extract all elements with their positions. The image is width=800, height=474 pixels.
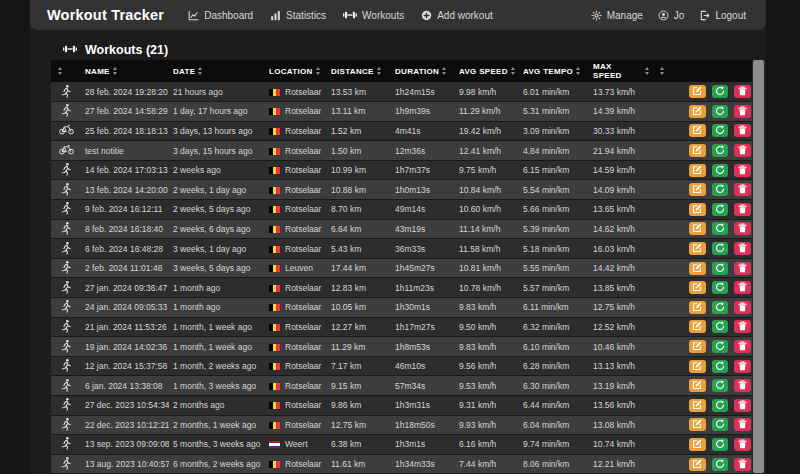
nav-item-statistics[interactable]: Statistics <box>270 10 326 21</box>
cell-spacer <box>653 454 677 474</box>
delete-button[interactable] <box>734 320 751 333</box>
delete-button[interactable] <box>734 203 751 216</box>
column-header-avg-tempo[interactable]: AVG TEMPO <box>519 60 589 82</box>
refresh-button[interactable] <box>712 458 729 471</box>
nav-item-jo[interactable]: Jo <box>658 10 685 21</box>
delete-button[interactable] <box>734 242 751 255</box>
edit-button[interactable] <box>689 85 706 98</box>
nav-item-manage[interactable]: Manage <box>591 10 643 21</box>
edit-button[interactable] <box>689 262 706 275</box>
delete-button[interactable] <box>734 340 751 353</box>
workout-type-cell <box>51 376 81 396</box>
workout-type-cell <box>51 160 81 180</box>
column-header-distance[interactable]: DISTANCE <box>327 60 391 82</box>
nav-item-workouts[interactable]: Workouts <box>343 10 404 21</box>
delete-button[interactable] <box>734 144 751 157</box>
delete-button[interactable] <box>734 262 751 275</box>
refresh-button[interactable] <box>712 340 729 353</box>
refresh-button[interactable] <box>712 438 729 451</box>
edit-button[interactable] <box>689 144 706 157</box>
column-header-actions <box>677 60 755 82</box>
edit-button[interactable] <box>689 164 706 177</box>
edit-button[interactable] <box>689 438 706 451</box>
trash-icon <box>738 398 747 413</box>
column-header-type[interactable] <box>51 60 81 82</box>
edit-button[interactable] <box>689 124 706 137</box>
delete-button[interactable] <box>734 418 751 431</box>
column-header-location[interactable]: LOCATION <box>265 60 327 82</box>
refresh-button[interactable] <box>712 222 729 235</box>
cell-date: 1 day, 17 hours ago <box>169 102 265 122</box>
trash-icon <box>738 300 747 315</box>
refresh-button[interactable] <box>712 203 729 216</box>
refresh-button[interactable] <box>712 262 729 275</box>
delete-button[interactable] <box>734 379 751 392</box>
cell-avg-speed: 12.41 km/h <box>455 141 519 161</box>
refresh-button[interactable] <box>712 379 729 392</box>
refresh-button[interactable] <box>712 124 729 137</box>
column-header-max-speed[interactable]: MAX SPEED <box>589 60 653 82</box>
delete-button[interactable] <box>734 105 751 118</box>
delete-button[interactable] <box>734 458 751 471</box>
column-label: AVG SPEED <box>459 67 508 76</box>
refresh-button[interactable] <box>712 105 729 118</box>
refresh-button[interactable] <box>712 399 729 412</box>
scrollbar-thumb[interactable] <box>753 60 764 473</box>
scrollbar[interactable] <box>752 60 765 474</box>
refresh-button[interactable] <box>712 164 729 177</box>
edit-button[interactable] <box>689 222 706 235</box>
column-header-avg-speed[interactable]: AVG SPEED <box>455 60 519 82</box>
delete-button[interactable] <box>734 85 751 98</box>
column-header-duration[interactable]: DURATION <box>391 60 455 82</box>
column-header-date[interactable]: DATE <box>169 60 265 82</box>
workout-row: 21 jan. 2024 11:53:261 month, 1 week ago… <box>51 317 755 337</box>
delete-button[interactable] <box>734 164 751 177</box>
edit-button[interactable] <box>689 418 706 431</box>
cell-duration: 1h9m39s <box>391 102 455 122</box>
refresh-button[interactable] <box>712 320 729 333</box>
edit-button[interactable] <box>689 458 706 471</box>
refresh-button[interactable] <box>712 85 729 98</box>
edit-button[interactable] <box>689 360 706 373</box>
edit-button[interactable] <box>689 183 706 196</box>
column-header-name[interactable]: NAME <box>81 60 169 82</box>
nav-item-add-workout[interactable]: Add workout <box>421 10 493 21</box>
edit-button[interactable] <box>689 301 706 314</box>
refresh-button[interactable] <box>712 301 729 314</box>
cell-actions <box>677 356 755 376</box>
refresh-button[interactable] <box>712 144 729 157</box>
cell-name: 19 jan. 2024 14:02:36 <box>81 337 169 357</box>
edit-button[interactable] <box>689 340 706 353</box>
workout-type-cell <box>51 82 81 102</box>
delete-button[interactable] <box>734 281 751 294</box>
refresh-button[interactable] <box>712 242 729 255</box>
refresh-button[interactable] <box>712 360 729 373</box>
edit-icon <box>692 163 702 178</box>
delete-button[interactable] <box>734 124 751 137</box>
nav-item-dashboard[interactable]: Dashboard <box>188 10 253 21</box>
delete-button[interactable] <box>734 438 751 451</box>
refresh-button[interactable] <box>712 281 729 294</box>
delete-button[interactable] <box>734 183 751 196</box>
edit-button[interactable] <box>689 281 706 294</box>
column-header-extra[interactable] <box>653 60 677 82</box>
page-heading: Workouts (21) <box>30 30 766 57</box>
delete-button[interactable] <box>734 222 751 235</box>
delete-button[interactable] <box>734 360 751 373</box>
edit-button[interactable] <box>689 379 706 392</box>
delete-button[interactable] <box>734 301 751 314</box>
edit-button[interactable] <box>689 320 706 333</box>
cell-actions <box>677 454 755 474</box>
cell-actions <box>677 298 755 318</box>
cell-actions <box>677 435 755 455</box>
edit-button[interactable] <box>689 105 706 118</box>
delete-button[interactable] <box>734 399 751 412</box>
trash-icon <box>738 457 747 472</box>
edit-button[interactable] <box>689 242 706 255</box>
nav-item-logout[interactable]: Logout <box>699 10 746 21</box>
edit-button[interactable] <box>689 399 706 412</box>
cell-max-speed: 13.73 km/h <box>589 82 653 102</box>
edit-button[interactable] <box>689 203 706 216</box>
refresh-button[interactable] <box>712 418 729 431</box>
refresh-button[interactable] <box>712 183 729 196</box>
